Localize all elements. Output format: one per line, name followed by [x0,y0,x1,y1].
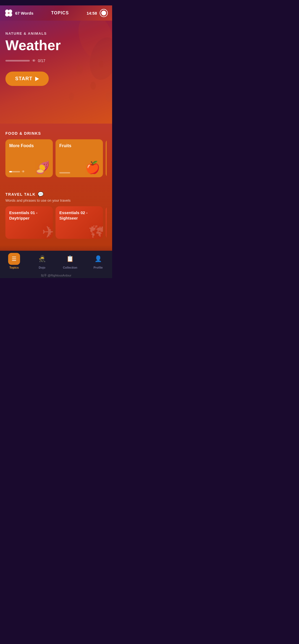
logo-icon [4,9,13,17]
circle-inner [101,11,106,15]
profile-icon: 👤 [95,255,102,262]
nav-title: TOPICS [51,11,69,15]
svg-point-9 [99,60,103,67]
card-essentials-02-title: Essentials 02 -Sightseer [59,210,99,221]
nav-item-topics[interactable]: ☰ Topics [0,253,28,269]
start-button[interactable]: START [5,72,49,86]
travel-talk-header: TRAVEL TALK 💬 Words and phrases to use o… [5,191,107,202]
svg-point-8 [90,82,96,90]
dojo-icon-box: 🥷 [36,253,48,265]
card-essentials-01-title: Essentials 01 -Daytripper [9,210,49,221]
travel-talk-label: TRAVEL TALK [5,192,35,197]
svg-point-4 [8,12,10,14]
status-bar [0,0,112,5]
topics-label: Topics [9,266,19,269]
nav-left: 67 Words [4,9,33,17]
travel-talk-cards-row[interactable]: Essentials 01 -Daytripper ✈ Essentials 0… [5,206,107,241]
top-nav: 67 Words TOPICS 14:58 [0,5,112,21]
card-eye-icon-foods: 👁 [22,170,25,173]
card-essentials-03[interactable]: Essentials 03 -Nomad 🧳 [106,206,107,239]
card-more-foods-title: More Foods [9,143,49,149]
card-essentials-02[interactable]: Essentials 02 -Sightseer 🗺 [56,206,103,239]
main-content: FOOD & DRINKS More Foods 👁 🍠 Fruits [0,124,112,251]
card-fruits-progress [59,172,70,173]
eye-icon: 👁 [32,59,36,63]
timer-label: 14:58 [87,11,97,15]
profile-icon-box: 👤 [92,253,104,265]
food-drinks-label: FOOD & DRINKS [5,131,107,136]
nav-item-profile[interactable]: 👤 Profile [84,253,112,269]
word-count-label: 67 Words [15,11,33,15]
svg-point-11 [69,93,74,100]
topics-icon: ☰ [12,256,17,262]
dojo-label: Dojo [39,266,45,269]
profile-label: Profile [93,266,103,269]
card-fruits[interactable]: Fruits 🍎 [56,139,103,177]
dojo-icon: 🥷 [38,255,46,262]
card-more-foods[interactable]: More Foods 👁 🍠 [5,139,53,177]
card-essentials-02-decor: 🗺 [89,223,103,239]
hero-section: NATURE & ANIMALS Weather 👁 0/17 START [0,21,112,124]
svg-point-7 [76,65,83,74]
rain-decoration [55,21,112,110]
card-drinks[interactable]: Drinks 🥤 [106,139,107,177]
section-spacer [0,245,112,251]
nav-item-dojo[interactable]: 🥷 Dojo [28,253,56,269]
svg-point-10 [106,91,112,102]
hero-progress-label: 0/17 [38,59,45,63]
card-essentials-01[interactable]: Essentials 01 -Daytripper ✈ [5,206,53,239]
card-fruits-title: Fruits [59,143,99,149]
speech-bubble-icon: 💬 [38,191,44,197]
card-essentials-01-decor: ✈ [42,223,53,239]
hero-progress-bar [5,60,30,62]
collection-icon: 📋 [66,255,74,262]
topics-icon-box: ☰ [8,253,20,265]
food-drinks-cards-row[interactable]: More Foods 👁 🍠 Fruits 🍎 [5,139,107,179]
card-more-foods-progress: 👁 [9,170,25,173]
collection-label: Collection [63,266,77,269]
circle-button[interactable] [100,9,108,17]
food-drinks-header: FOOD & DRINKS [5,131,107,136]
collection-icon-box: 📋 [64,253,76,265]
play-arrow-icon [35,77,39,81]
watermark: 知乎 @RightousArdour [0,272,112,278]
card-foods-emoji: 🍠 [35,160,50,175]
travel-talk-label-row: TRAVEL TALK 💬 [5,191,107,197]
travel-talk-section: TRAVEL TALK 💬 Words and phrases to use o… [0,184,112,245]
start-button-label: START [15,76,32,82]
card-fruits-emoji: 🍎 [85,160,100,175]
nav-right: 14:58 [87,9,108,17]
food-drinks-section: FOOD & DRINKS More Foods 👁 🍠 Fruits [0,124,112,184]
travel-talk-subtitle: Words and phrases to use on your travels [5,198,107,202]
nav-item-collection[interactable]: 📋 Collection [56,253,84,269]
bottom-nav: ☰ Topics 🥷 Dojo 📋 Collection 👤 Profile [0,251,112,272]
